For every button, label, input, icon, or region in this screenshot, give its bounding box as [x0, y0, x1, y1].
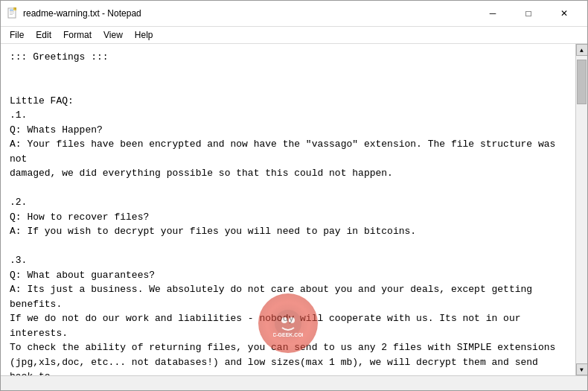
menu-help[interactable]: Help	[129, 28, 159, 42]
notepad-icon	[7, 7, 19, 19]
title-bar-left: readme-warning.txt - Notepad	[7, 7, 141, 19]
menu-edit[interactable]: Edit	[30, 28, 57, 42]
menu-view[interactable]: View	[98, 28, 129, 42]
maximize-button[interactable]: □	[511, 5, 546, 22]
svg-rect-3	[10, 13, 14, 13]
title-bar-controls: ─ □ ✕	[476, 5, 581, 22]
status-bar	[1, 375, 587, 390]
notepad-window: readme-warning.txt - Notepad ─ □ ✕ File …	[0, 0, 588, 391]
scrollbar[interactable]: ▲ ▼	[575, 44, 587, 375]
menu-file[interactable]: File	[4, 28, 30, 42]
scrollbar-track[interactable]	[576, 56, 587, 363]
title-bar: readme-warning.txt - Notepad ─ □ ✕	[1, 1, 587, 27]
svg-rect-2	[10, 11, 14, 12]
scroll-down-button[interactable]: ▼	[576, 363, 588, 375]
scroll-up-button[interactable]: ▲	[576, 44, 588, 56]
editor-area: ::: Greetings ::: Little FAQ: .1. Q: Wha…	[1, 44, 587, 375]
window-title: readme-warning.txt - Notepad	[23, 8, 141, 19]
editor-wrapper: ::: Greetings ::: Little FAQ: .1. Q: Wha…	[1, 44, 575, 375]
text-editor[interactable]: ::: Greetings ::: Little FAQ: .1. Q: Wha…	[1, 44, 575, 375]
menu-bar: File Edit Format View Help	[1, 27, 587, 44]
svg-rect-4	[10, 14, 13, 15]
minimize-button[interactable]: ─	[476, 5, 510, 22]
scrollbar-thumb[interactable]	[577, 60, 587, 104]
menu-format[interactable]: Format	[57, 28, 98, 42]
close-button[interactable]: ✕	[547, 5, 581, 22]
